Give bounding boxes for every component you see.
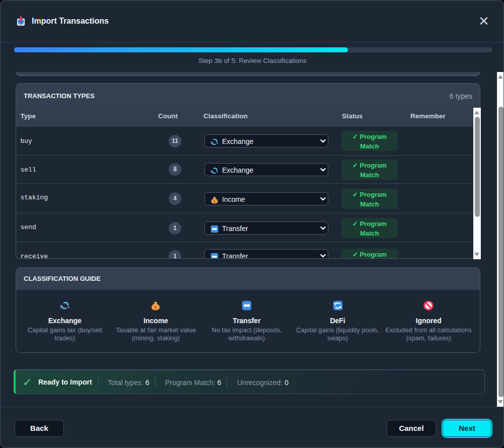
svg-text:$: $: [210, 140, 212, 144]
svg-text:$: $: [213, 199, 215, 203]
svg-text:¥: ¥: [217, 141, 219, 144]
svg-text:¥: ¥: [217, 170, 219, 173]
svg-text:¥: ¥: [67, 305, 70, 310]
svg-text:$: $: [155, 305, 157, 310]
svg-text:$: $: [210, 169, 212, 172]
